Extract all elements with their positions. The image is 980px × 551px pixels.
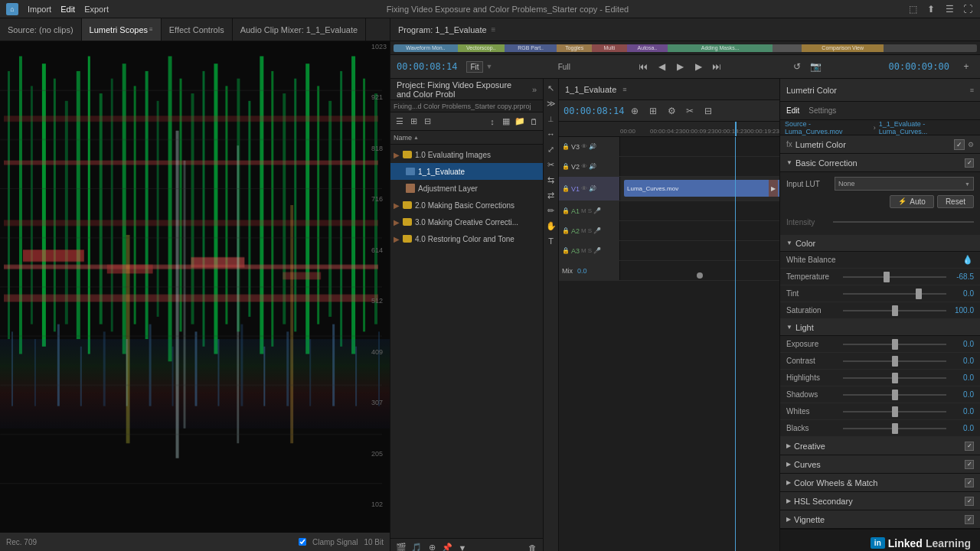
lumetri-menu-icon[interactable]: ≡ <box>970 86 974 94</box>
track-select-tool[interactable]: ≫ <box>545 97 557 109</box>
input-lut-dropdown[interactable]: None ▼ <box>835 177 974 191</box>
tl-settings[interactable]: ⚙ <box>664 103 679 119</box>
project-bottom-icon3[interactable]: ⊕ <box>426 542 438 552</box>
project-item-folder4[interactable]: ▶ 4.0 Restoring Color and Tone <box>390 230 543 247</box>
fit-select[interactable]: Fit <box>466 61 482 73</box>
folder4-expand[interactable]: ▶ <box>394 235 400 243</box>
fx-settings-icon[interactable]: ⚙ <box>968 141 974 148</box>
effect-controls-tab[interactable]: Effect Controls <box>162 18 233 41</box>
saturation-slider[interactable] <box>843 305 946 316</box>
slip-tool[interactable]: ⇆ <box>545 174 557 186</box>
select-tool[interactable]: ↖ <box>545 82 557 94</box>
track-a3-content[interactable] <box>620 241 779 260</box>
track-v1-content[interactable]: Luma_Curves.mov fx Fast_Color.mov fx ▶ <box>620 177 779 201</box>
menu-edit[interactable]: Edit <box>60 5 75 14</box>
section-vignette-header[interactable]: ▶ Vignette ✓ <box>780 510 980 529</box>
tl-add-track[interactable]: ⊞ <box>645 103 661 119</box>
section-creative-header[interactable]: ▶ Creative ✓ <box>780 437 980 455</box>
seg-rgb[interactable]: RGB Part.. <box>505 44 557 52</box>
folder3-expand[interactable]: ▶ <box>394 218 400 227</box>
tint-slider[interactable] <box>843 289 946 299</box>
fx-bypass-btn[interactable]: ✓ <box>954 139 965 150</box>
slide-tool[interactable]: ⇄ <box>545 189 557 201</box>
menu-import[interactable]: Import <box>28 5 51 14</box>
prev-frame-btn[interactable]: ◀ <box>654 59 669 74</box>
clamp-checkbox[interactable] <box>299 538 306 546</box>
whites-slider[interactable] <box>843 406 946 417</box>
shadows-thumb[interactable] <box>892 390 898 400</box>
project-new-item-btn[interactable]: 🗒 <box>528 116 540 128</box>
light-section-header[interactable]: ▼ Light <box>780 319 980 336</box>
seg-autosav[interactable]: Autosa.. <box>627 44 668 52</box>
folder1-expand[interactable]: ▶ <box>394 151 400 159</box>
blacks-thumb[interactable] <box>892 423 898 434</box>
contrast-thumb[interactable] <box>892 356 898 367</box>
tl-add-marker[interactable]: ⊕ <box>627 103 642 119</box>
track-a1-content[interactable] <box>620 201 779 220</box>
lumetri-tab-settings[interactable]: Settings <box>808 106 836 115</box>
seg-empty1[interactable] <box>773 44 802 52</box>
section-basic-correction-header[interactable]: ▼ Basic Correction ✓ <box>780 154 980 172</box>
temperature-thumb[interactable] <box>884 272 890 282</box>
section-hsl-header[interactable]: ▶ HSL Secondary ✓ <box>780 492 980 510</box>
project-bottom-icon2[interactable]: 🎵 <box>410 542 423 552</box>
tl-snap[interactable]: ⊟ <box>701 103 716 119</box>
section-curves-header[interactable]: ▶ Curves ✓ <box>780 455 980 474</box>
track-mix-content[interactable] <box>620 261 779 280</box>
project-bottom-icon5[interactable]: ▼ <box>456 542 469 552</box>
tint-thumb[interactable] <box>916 289 922 299</box>
project-bottom-icon4[interactable]: 📌 <box>441 542 453 552</box>
ripple-tool[interactable]: ⟂ <box>545 112 557 125</box>
hsl-checkbox[interactable]: ✓ <box>965 497 974 506</box>
play-stop-btn[interactable]: ▶ <box>672 59 688 74</box>
seg-waveform[interactable]: Waveform Mon.. <box>394 44 458 52</box>
settings-menu-icon[interactable]: ☰ <box>943 3 956 15</box>
add-marker-btn[interactable]: + <box>959 59 974 74</box>
reset-btn[interactable]: Reset <box>937 195 974 208</box>
highlights-thumb[interactable] <box>892 373 898 383</box>
project-freeform-btn[interactable]: ⊟ <box>421 116 433 128</box>
project-icon-view-btn[interactable]: ⊞ <box>407 116 420 128</box>
source-tab[interactable]: Source: (no clips) <box>0 18 82 41</box>
colorwheels-checkbox[interactable]: ✓ <box>965 478 974 487</box>
project-list-view-btn[interactable]: ☰ <box>394 116 406 128</box>
next-frame-btn[interactable]: ▶ <box>691 59 706 74</box>
exposure-slider[interactable] <box>843 339 946 350</box>
saturation-thumb[interactable] <box>892 305 898 316</box>
pen-tool[interactable]: ✏ <box>545 204 557 217</box>
project-item-adjustment[interactable]: Adjustment Layer <box>390 180 543 197</box>
hand-tool[interactable]: ✋ <box>545 220 557 232</box>
whites-thumb[interactable] <box>892 406 898 417</box>
eyedropper-icon[interactable]: 💧 <box>962 254 974 266</box>
color-section-header[interactable]: ▼ Color <box>780 235 980 252</box>
folder2-expand[interactable]: ▶ <box>394 201 400 210</box>
seg-vectorscope[interactable]: Vectorscop.. <box>458 44 505 52</box>
blacks-slider[interactable] <box>843 423 946 434</box>
project-new-bin-btn[interactable]: 📁 <box>514 116 526 128</box>
creative-checkbox[interactable]: ✓ <box>965 442 974 451</box>
razor-tool[interactable]: ✂ <box>545 158 557 171</box>
project-item-folder1[interactable]: ▶ 1.0 Evaluating Images <box>390 146 543 163</box>
lumetri-scopes-tab[interactable]: Lumetri Scopes ≡ <box>82 18 162 41</box>
seg-comparison[interactable]: Comparison View <box>802 44 884 52</box>
type-tool[interactable]: T <box>545 235 557 247</box>
expand-icon[interactable]: ⬚ <box>906 3 919 15</box>
seg-adding-masks[interactable]: Adding Masks... <box>668 44 773 52</box>
track-v2-content[interactable] <box>620 157 779 176</box>
basic-correction-checkbox[interactable]: ✓ <box>965 158 974 168</box>
menu-export[interactable]: Export <box>84 5 109 14</box>
audio-clip-mixer-tab[interactable]: Audio Clip Mixer: 1_1_Evaluate <box>233 18 366 41</box>
shadows-slider[interactable] <box>843 390 946 400</box>
curves-checkbox[interactable]: ✓ <box>965 460 974 469</box>
project-item-folder3[interactable]: ▶ 3.0 Making Creative Correcti... <box>390 214 543 230</box>
loop-btn[interactable]: ↺ <box>789 59 805 74</box>
project-item-sequence[interactable]: 1_1_Evaluate <box>390 163 543 180</box>
clip-luma-curves[interactable]: Luma_Curves.mov fx <box>624 180 779 197</box>
track-v3-content[interactable] <box>620 137 779 156</box>
section-colorwheels-header[interactable]: ▶ Color Wheels & Match ✓ <box>780 474 980 492</box>
project-sort-btn[interactable]: ↕ <box>486 116 498 128</box>
rate-stretch-tool[interactable]: ⤢ <box>545 143 557 155</box>
rolling-edit-tool[interactable]: ↔ <box>545 128 557 140</box>
exposure-thumb[interactable] <box>892 339 898 350</box>
step-back-btn[interactable]: ⏮ <box>635 59 651 74</box>
